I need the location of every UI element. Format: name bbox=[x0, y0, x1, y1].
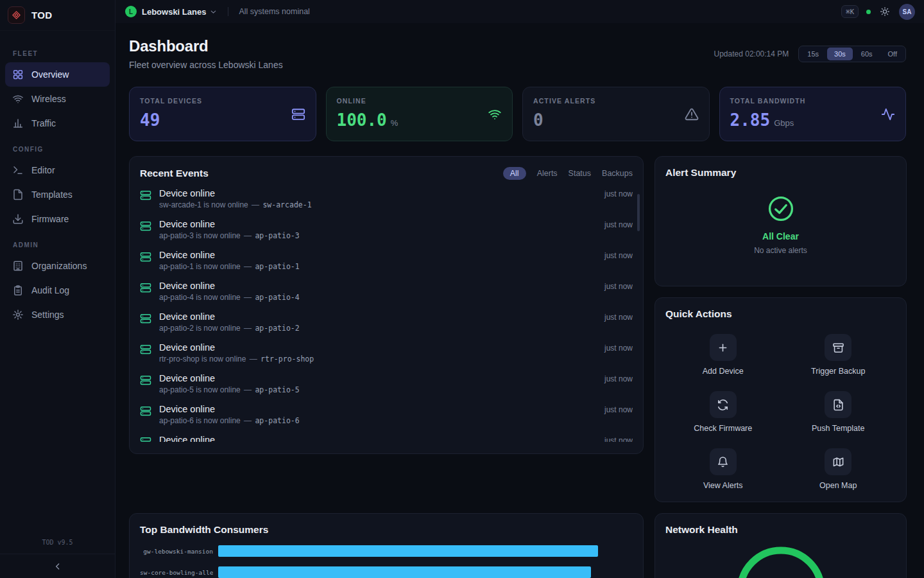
events-scrollbar[interactable] bbox=[637, 194, 640, 231]
action-push-template[interactable]: Push Template bbox=[781, 391, 896, 433]
wifi-icon bbox=[488, 107, 502, 121]
event-row[interactable]: Device online ap-patio-2 is now online —… bbox=[140, 310, 633, 340]
action-trigger-backup[interactable]: Trigger Backup bbox=[781, 334, 896, 376]
bandwidth-panel: Top Bandwidth Consumers gw-lebowski-mans… bbox=[129, 513, 644, 578]
sidebar-item-label: Templates bbox=[31, 189, 73, 200]
tab-backups[interactable]: Backups bbox=[602, 169, 633, 178]
refresh-interval-control: 15s 30s 60s Off bbox=[798, 46, 906, 62]
event-separator: — bbox=[244, 262, 252, 271]
left-column: Recent Events All Alerts Status Backups bbox=[129, 156, 644, 578]
event-row[interactable]: Device online ap-patio-4 is now online —… bbox=[140, 279, 633, 310]
event-device: ap-patio-1 bbox=[255, 262, 299, 271]
bandwidth-device-label: sw-core-bowling-alley bbox=[140, 569, 213, 576]
action-label: Push Template bbox=[812, 424, 864, 433]
action-add-device[interactable]: Add Device bbox=[665, 334, 781, 376]
event-row[interactable]: Device online just now bbox=[140, 433, 633, 442]
download-icon bbox=[12, 213, 24, 225]
command-palette-shortcut[interactable]: ⌘K bbox=[841, 5, 859, 18]
event-row[interactable]: Device online ap-patio-1 is now online —… bbox=[140, 248, 633, 279]
event-detail: ap-patio-4 is now online bbox=[159, 293, 241, 302]
refresh-option-15s[interactable]: 15s bbox=[800, 48, 826, 60]
stat-label: TOTAL BANDWIDTH bbox=[730, 97, 896, 105]
server-icon bbox=[140, 436, 151, 442]
page-header: Dashboard Fleet overview across Lebowski… bbox=[129, 37, 906, 70]
stat-label: ONLINE bbox=[337, 97, 502, 105]
building-icon bbox=[12, 260, 24, 272]
event-detail: ap-patio-6 is now online bbox=[159, 416, 241, 425]
alert-status-text: All Clear bbox=[762, 231, 799, 241]
sidebar-item-settings[interactable]: Settings bbox=[5, 302, 110, 327]
alert-triangle-icon bbox=[685, 107, 699, 121]
event-title: Device online bbox=[159, 219, 597, 229]
sidebar-item-templates[interactable]: Templates bbox=[5, 182, 110, 207]
chevron-down-icon bbox=[209, 8, 218, 16]
event-detail: ap-patio-3 is now online bbox=[159, 231, 241, 240]
event-device: ap-patio-4 bbox=[255, 293, 299, 302]
server-icon bbox=[140, 251, 151, 263]
sidebar-item-editor[interactable]: Editor bbox=[5, 158, 110, 182]
refresh-option-off[interactable]: Off bbox=[881, 48, 904, 60]
sidebar-item-firmware[interactable]: Firmware bbox=[5, 207, 110, 231]
stat-label: ACTIVE ALERTS bbox=[533, 97, 699, 105]
alert-summary-panel: Alert Summary All Clear No active alerts bbox=[654, 156, 907, 286]
event-list: Device online sw-arcade-1 is now online … bbox=[140, 186, 633, 442]
sidebar-item-wireless[interactable]: Wireless bbox=[5, 87, 110, 111]
tab-all[interactable]: All bbox=[503, 167, 526, 180]
stat-unit: Gbps bbox=[774, 118, 794, 128]
sidebar-item-overview[interactable]: Overview bbox=[5, 62, 110, 87]
sidebar-item-traffic[interactable]: Traffic bbox=[5, 111, 110, 136]
section-label-admin: ADMIN bbox=[13, 241, 110, 249]
refresh-option-30s[interactable]: 30s bbox=[827, 48, 853, 60]
file-code-icon bbox=[825, 391, 851, 418]
event-row[interactable]: Device online ap-patio-5 is now online —… bbox=[140, 371, 633, 402]
action-view-alerts[interactable]: View Alerts bbox=[665, 448, 781, 490]
event-title: Device online bbox=[159, 404, 597, 414]
stat-value: 100.0 bbox=[337, 110, 387, 130]
server-icon bbox=[140, 313, 151, 324]
user-avatar[interactable]: SA bbox=[899, 4, 915, 20]
alert-detail-text: No active alerts bbox=[754, 246, 807, 255]
event-time: just now bbox=[604, 189, 633, 198]
page-title: Dashboard bbox=[129, 37, 283, 55]
action-check-firmware[interactable]: Check Firmware bbox=[665, 391, 781, 433]
server-icon bbox=[140, 374, 151, 386]
bandwidth-bar bbox=[218, 566, 591, 578]
check-circle-icon bbox=[767, 195, 795, 223]
event-row[interactable]: Device online ap-patio-6 is now online —… bbox=[140, 402, 633, 433]
events-filter-tabs: All Alerts Status Backups bbox=[503, 167, 633, 180]
event-title: Device online bbox=[159, 435, 597, 442]
event-time: just now bbox=[604, 313, 633, 322]
sun-icon bbox=[880, 6, 890, 17]
event-detail: sw-arcade-1 is now online bbox=[159, 200, 248, 209]
sidebar-item-organizations[interactable]: Organizations bbox=[5, 254, 110, 278]
sidebar-collapse-button[interactable] bbox=[0, 554, 115, 578]
event-time: just now bbox=[604, 282, 633, 291]
server-icon bbox=[140, 189, 151, 201]
stat-card-active-alerts: ACTIVE ALERTS 0 bbox=[522, 87, 710, 141]
refresh-option-60s[interactable]: 60s bbox=[854, 48, 880, 60]
event-title: Device online bbox=[159, 188, 597, 198]
action-label: Check Firmware bbox=[694, 424, 752, 433]
event-device: sw-arcade-1 bbox=[262, 200, 311, 209]
recent-events-title: Recent Events bbox=[140, 168, 209, 179]
event-row[interactable]: Device online sw-arcade-1 is now online … bbox=[140, 186, 633, 217]
sidebar-item-label: Traffic bbox=[31, 118, 56, 128]
action-open-map[interactable]: Open Map bbox=[781, 448, 896, 490]
event-time: just now bbox=[604, 374, 633, 383]
event-row[interactable]: Device online ap-patio-3 is now online —… bbox=[140, 217, 633, 248]
topbar: L Lebowski Lanes All systems nominal ⌘K … bbox=[116, 0, 924, 23]
event-row[interactable]: Device online rtr-pro-shop is now online… bbox=[140, 340, 633, 371]
theme-toggle-button[interactable] bbox=[878, 5, 891, 18]
sidebar-item-audit-log[interactable]: Audit Log bbox=[5, 278, 110, 302]
bandwidth-bar bbox=[218, 545, 598, 557]
tab-alerts[interactable]: Alerts bbox=[537, 169, 558, 178]
sidebar-item-label: Overview bbox=[31, 69, 69, 80]
event-time: just now bbox=[604, 344, 633, 353]
updated-timestamp: Updated 02:00:14 PM bbox=[714, 49, 789, 58]
terminal-icon bbox=[12, 164, 24, 176]
tab-status[interactable]: Status bbox=[569, 169, 591, 178]
quick-actions-panel: Quick Actions Add Device Trigger Backup bbox=[654, 297, 907, 502]
event-title: Device online bbox=[159, 373, 597, 383]
org-switcher[interactable]: L Lebowski Lanes bbox=[125, 6, 218, 17]
page-header-left: Dashboard Fleet overview across Lebowski… bbox=[129, 37, 283, 70]
